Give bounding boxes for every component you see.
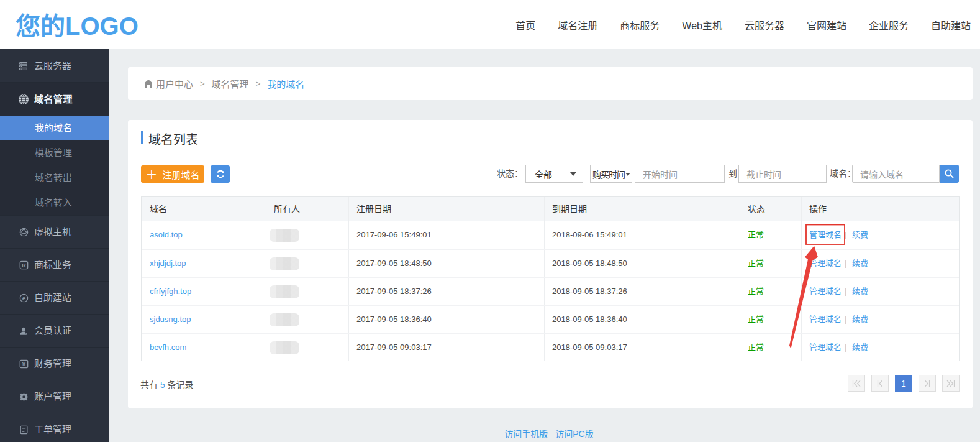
svg-text:e: e [22,295,26,302]
svg-text:R: R [22,262,26,269]
svg-text:¥: ¥ [22,361,26,367]
